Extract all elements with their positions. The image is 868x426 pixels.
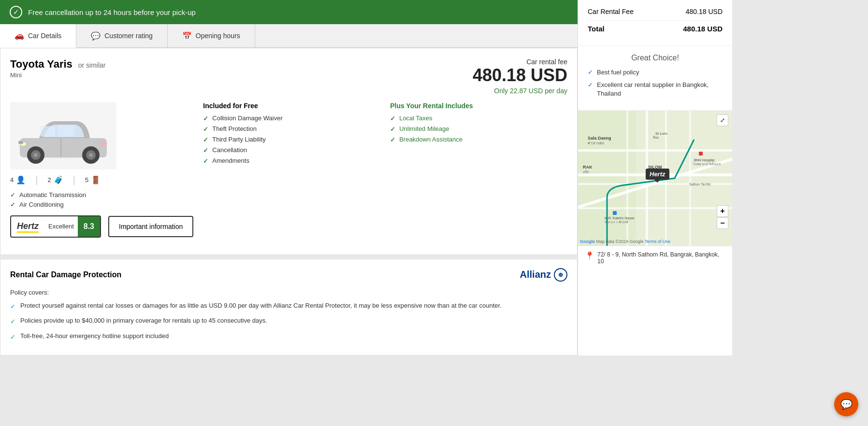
car-details-grid: 4 👤 | 2 🧳 | 5 🚪 bbox=[10, 102, 567, 238]
car-icon: 🚗 bbox=[14, 31, 24, 40]
svg-text:BNH Hospital: BNH Hospital bbox=[694, 158, 714, 162]
svg-point-6 bbox=[34, 153, 38, 157]
tab-bar: 🚗 Car Details 💬 Customer rating 📅 Openin… bbox=[0, 24, 578, 48]
sidebar-fee-section: Car Rental Fee 480.18 USD Total 480.18 U… bbox=[578, 0, 732, 46]
map-zoom-in-button[interactable]: + bbox=[717, 205, 728, 217]
spec-divider-2: | bbox=[73, 174, 75, 185]
luggage-count: 2 bbox=[47, 176, 51, 184]
svg-rect-3 bbox=[58, 125, 74, 137]
policy-text-1: Policies provide up to $40,000 in primar… bbox=[20, 316, 267, 326]
svg-text:Sathon Tai Rd: Sathon Tai Rd bbox=[689, 183, 710, 186]
price-per-day: Only 22.87 USD per day bbox=[473, 87, 567, 95]
hertz-name: Hertz bbox=[17, 221, 39, 233]
plus-label-1: Unlimited Mileage bbox=[399, 125, 449, 132]
svg-text:Sala Daeng: Sala Daeng bbox=[588, 136, 611, 141]
map-address: 📍 72/ 8 - 9, North Sathorn Rd, Bangrak, … bbox=[578, 246, 732, 270]
svg-text:ศาลาแดง: ศาลาแดง bbox=[588, 141, 604, 145]
plus-item-1: ✓ Unlimited Mileage bbox=[390, 125, 567, 133]
hertz-logo: Hertz bbox=[11, 217, 44, 235]
google-logo: Google bbox=[580, 239, 595, 244]
svg-rect-22 bbox=[626, 111, 628, 246]
included-label-2: Third Party Liability bbox=[212, 136, 266, 143]
protection-header: Rental Car Damage Protection Allianz ⊕ bbox=[10, 268, 567, 282]
car-header: Toyota Yaris or similar Mini Car rental … bbox=[10, 58, 567, 95]
svg-text:RAK: RAK bbox=[583, 165, 593, 170]
included-item-3: ✓ Cancellation bbox=[203, 146, 380, 154]
door-count: 5 bbox=[85, 176, 88, 184]
map-credit: Google Map data ©2019 Google Terms of Us… bbox=[580, 239, 670, 244]
svg-rect-2 bbox=[41, 126, 55, 137]
map-zoom-out-button[interactable]: − bbox=[717, 217, 728, 229]
plus-includes-section: Plus Your Rental Includes ✓ Local Taxes … bbox=[390, 102, 567, 238]
policy-item-0: ✓ Protect yourself against rental car lo… bbox=[10, 301, 567, 312]
total-value: 480.18 USD bbox=[683, 25, 723, 33]
svg-text:M.R. Kukrit's House: M.R. Kukrit's House bbox=[605, 216, 635, 220]
allianz-logo: Allianz ⊕ bbox=[520, 268, 567, 282]
policy-text-0: Protect yourself against rental car loss… bbox=[20, 301, 502, 311]
check-icon: ✓ bbox=[10, 191, 15, 199]
door-icon: 🚪 bbox=[91, 175, 101, 185]
fee-row-label: Car Rental Fee bbox=[588, 8, 634, 15]
policy-item-1: ✓ Policies provide up to $40,000 in prim… bbox=[10, 316, 567, 327]
tab-car-details[interactable]: 🚗 Car Details bbox=[0, 24, 76, 48]
price-label: Car rental fee bbox=[473, 58, 567, 66]
map-terms[interactable]: Terms of Use bbox=[645, 239, 670, 244]
included-free-list: ✓ Collision Damage Waiver ✓ Theft Protec… bbox=[203, 114, 380, 165]
calendar-icon: 📅 bbox=[182, 31, 192, 41]
check-icon: ✓ bbox=[10, 332, 15, 342]
included-free-title: Included for Free bbox=[203, 102, 380, 110]
svg-text:บ้าน ม.ร.ว. คึกฤทธิ์: บ้าน ม.ร.ว. คึกฤทธิ์ bbox=[605, 220, 629, 224]
policy-label: Policy covers: bbox=[10, 289, 567, 296]
map-expand-button[interactable]: ⤢ bbox=[717, 114, 728, 126]
plus-includes-title: Plus Your Rental Includes bbox=[390, 102, 567, 110]
feature-ac: ✓ Air Conditioning bbox=[10, 201, 193, 208]
plus-label-2: Breakdown Assistance bbox=[399, 136, 463, 143]
included-item-1: ✓ Theft Protection bbox=[203, 125, 380, 133]
allianz-circle-icon: ⊕ bbox=[554, 268, 567, 282]
svg-point-9 bbox=[89, 153, 93, 157]
check-icon: ✓ bbox=[203, 157, 208, 165]
check-icon: ✓ bbox=[10, 302, 15, 312]
total-row: Total 480.18 USD bbox=[588, 20, 723, 33]
svg-rect-32 bbox=[699, 152, 703, 156]
check-icon: ✓ bbox=[390, 115, 395, 122]
car-image bbox=[10, 102, 116, 170]
map-data-credit: Map data ©2019 Google bbox=[596, 239, 644, 244]
svg-rect-18 bbox=[578, 149, 732, 152]
svg-text:งรัก: งรัก bbox=[583, 170, 589, 174]
great-item-label-0: Best fuel policy bbox=[597, 68, 639, 77]
svg-rect-23 bbox=[689, 111, 691, 246]
banner-text: Free cancellation up to 24 hours before … bbox=[28, 8, 196, 16]
important-info-button[interactable]: Important information bbox=[108, 216, 193, 237]
address-text: 72/ 8 - 9, North Sathorn Rd, Bangrak, Ba… bbox=[597, 251, 725, 265]
tab-opening-hours[interactable]: 📅 Opening hours bbox=[168, 24, 255, 47]
hertz-score: 8.3 bbox=[78, 216, 100, 237]
tab-customer-rating[interactable]: 💬 Customer rating bbox=[76, 24, 168, 47]
hertz-rating-label: Excellent bbox=[44, 219, 78, 234]
included-item-2: ✓ Third Party Liability bbox=[203, 136, 380, 143]
svg-rect-19 bbox=[578, 207, 732, 209]
car-features: ✓ Automatic Transmission ✓ Air Condition… bbox=[10, 191, 193, 208]
car-title-row: Toyota Yaris or similar bbox=[10, 58, 105, 71]
svg-point-11 bbox=[101, 142, 106, 146]
check-icon: ✓ bbox=[390, 126, 395, 133]
svg-rect-13 bbox=[18, 141, 23, 144]
map-section: Sala Daeng ศาลาแดง Si Lom สีลม RAK งรัก … bbox=[578, 111, 732, 356]
map-placeholder: Sala Daeng ศาลาแดง Si Lom สีลม RAK งรัก … bbox=[578, 111, 732, 246]
svg-rect-35 bbox=[613, 211, 617, 215]
included-item-0: ✓ Collision Damage Waiver bbox=[203, 114, 380, 122]
fee-row-value: 480.18 USD bbox=[686, 8, 723, 15]
included-free-section: Included for Free ✓ Collision Damage Wai… bbox=[203, 102, 380, 238]
svg-text:สีลม: สีลม bbox=[653, 136, 659, 139]
check-icon: ✓ bbox=[203, 147, 208, 154]
tab-opening-hours-label: Opening hours bbox=[196, 32, 240, 40]
policy-text-2: Toll-free, 24-hour emergency hotline sup… bbox=[20, 331, 169, 341]
fee-row: Car Rental Fee 480.18 USD bbox=[588, 8, 723, 15]
price-section: Car rental fee 480.18 USD Only 22.87 USD… bbox=[473, 58, 567, 95]
protection-title: Rental Car Damage Protection bbox=[10, 270, 121, 279]
svg-text:โรงพยาบาล บีเอ็นเอช: โรงพยาบาล บีเอ็นเอช bbox=[693, 162, 721, 166]
car-title-section: Toyota Yaris or similar Mini bbox=[10, 58, 105, 79]
luggage-icon: 🧳 bbox=[54, 175, 63, 185]
protection-card: Rental Car Damage Protection Allianz ⊕ P… bbox=[0, 259, 578, 356]
tab-customer-rating-label: Customer rating bbox=[104, 32, 153, 40]
